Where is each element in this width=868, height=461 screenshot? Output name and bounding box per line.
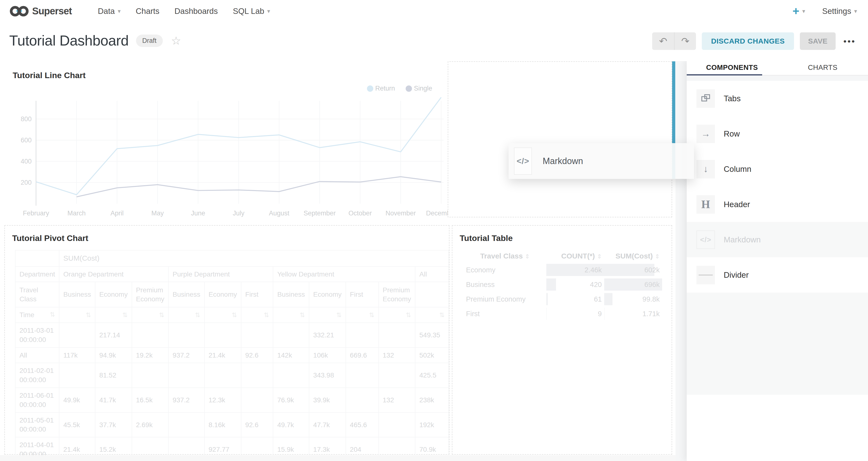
sort-icon[interactable]: ⇕ (597, 253, 602, 260)
pivot-value-cell: 132 (379, 347, 415, 363)
cell-value: 99.8k (607, 295, 660, 303)
drag-ghost-markdown[interactable]: </> Markdown (508, 143, 694, 179)
cell-travel-class: Business (464, 278, 546, 291)
pivot-value-cell: 16.5k (132, 388, 168, 412)
legend-item-return[interactable]: Return (367, 85, 395, 92)
save-button[interactable]: SAVE (800, 32, 836, 50)
sidebar-item-tabs[interactable]: Tabs (687, 81, 868, 116)
legend-item-single[interactable]: Single (406, 85, 432, 92)
pivot-sort-cell[interactable]: ⇅ (241, 307, 273, 323)
redo-button[interactable]: ↷ (674, 32, 696, 50)
nav-item-charts[interactable]: Charts (136, 7, 159, 16)
svg-text:August: August (269, 210, 289, 217)
cell-value: 2.46k (549, 266, 602, 274)
sort-icon[interactable]: ⇅ (122, 311, 128, 319)
top-navbar: Superset Data▾ChartsDashboardsSQL Lab▾ +… (0, 0, 868, 22)
pivot-sort-cell[interactable]: ⇅ (132, 307, 168, 323)
table-row: 2011-02-01 00:00:0081.52343.98425.5 (15, 363, 449, 388)
nav-item-data[interactable]: Data▾ (98, 7, 121, 16)
pivot-row-label: 2011-06-01 00:00:00 (15, 388, 59, 412)
pivot-sort-cell[interactable]: ⇅ (168, 307, 205, 323)
sort-icon[interactable]: ⇅ (50, 310, 55, 319)
sort-icon[interactable]: ⇕ (525, 253, 530, 260)
page-title[interactable]: Tutorial Dashboard (9, 32, 129, 49)
pivot-column-header[interactable]: Economy (205, 282, 241, 307)
pivot-column-header[interactable]: Business (273, 282, 309, 307)
sort-icon[interactable]: ⇕ (655, 253, 660, 260)
pivot-sort-cell[interactable]: ⇅ (309, 307, 346, 323)
pivot-row-dim-label: Department (15, 267, 59, 282)
divider-icon (696, 266, 715, 284)
pivot-column-header[interactable]: Business (59, 282, 95, 307)
sort-icon[interactable]: ⇅ (439, 311, 444, 319)
pivot-column-header[interactable]: Premium Economy (379, 282, 415, 307)
pivot-sort-cell[interactable]: ⇅ (273, 307, 309, 323)
sidebar-item-row[interactable]: →Row (687, 116, 868, 151)
pivot-value-cell (379, 323, 415, 347)
pivot-column-header[interactable] (415, 282, 449, 307)
pivot-column-header[interactable]: Premium Economy (132, 282, 168, 307)
cell-value: Economy (466, 266, 544, 274)
pivot-value-cell: 425.5 (415, 363, 449, 388)
nav-item-dashboards[interactable]: Dashboards (175, 7, 218, 16)
table-chart-card[interactable]: Tutorial Table Travel Class ⇕COUNT(*) ⇕S… (452, 225, 672, 455)
nav-item-label: SQL Lab (233, 7, 264, 16)
add-new-button[interactable]: + ▾ (793, 5, 805, 17)
svg-text:May: May (151, 210, 164, 217)
pivot-column-header[interactable]: First (346, 282, 379, 307)
pivot-time-row: Time⇅⇅⇅⇅⇅⇅⇅⇅⇅⇅⇅⇅ (15, 307, 449, 323)
svg-text:June: June (191, 210, 206, 217)
pivot-value-cell (132, 363, 168, 388)
pivot-column-header[interactable]: Economy (95, 282, 132, 307)
sidebar-item-column[interactable]: ↓Column (687, 151, 868, 187)
settings-menu[interactable]: Settings ▾ (822, 7, 857, 16)
sidebar-item-divider[interactable]: Divider (687, 257, 868, 293)
column-header-count-[interactable]: COUNT(*) ⇕ (546, 250, 604, 262)
sort-icon[interactable]: ⇅ (264, 311, 269, 319)
pivot-col-group: Purple Department (168, 267, 273, 282)
column-header-travel-class[interactable]: Travel Class ⇕ (464, 250, 546, 262)
svg-text:September: September (304, 210, 336, 217)
pivot-column-header[interactable]: Economy (309, 282, 346, 307)
sidebar-item-header[interactable]: HHeader (687, 187, 868, 222)
tab-components[interactable]: COMPONENTS (687, 60, 777, 75)
svg-text:200: 200 (21, 179, 32, 186)
pivot-value-cell (379, 412, 415, 437)
pivot-time-label[interactable]: Time⇅ (15, 307, 59, 323)
pivot-sort-cell[interactable]: ⇅ (346, 307, 379, 323)
pivot-value-cell: 19.2k (132, 347, 168, 363)
line-chart-card[interactable]: Tutorial Line Chart ReturnSingle 2004006… (4, 61, 448, 217)
sort-icon[interactable]: ⇅ (86, 311, 91, 319)
superset-logo[interactable]: Superset (10, 4, 83, 19)
discard-changes-button[interactable]: DISCARD CHANGES (702, 32, 794, 50)
pivot-column-header[interactable]: First (241, 282, 273, 307)
sort-icon[interactable]: ⇅ (195, 311, 200, 319)
pivot-sort-cell[interactable]: ⇅ (379, 307, 415, 323)
pivot-sort-cell[interactable]: ⇅ (205, 307, 241, 323)
table-row: All117k94.9k19.2k937.221.4k92.6142k106k6… (15, 347, 449, 363)
column-header-sum-cost-[interactable]: SUM(Cost) ⇕ (604, 250, 662, 262)
sort-icon[interactable]: ⇅ (159, 311, 164, 319)
sort-icon[interactable]: ⇅ (232, 311, 237, 319)
row-arrow-icon: → (696, 125, 715, 143)
sort-icon[interactable]: ⇅ (336, 311, 342, 319)
nav-item-sql-lab[interactable]: SQL Lab▾ (233, 7, 270, 16)
favorite-star-icon[interactable]: ☆ (171, 34, 181, 47)
sort-icon[interactable]: ⇅ (300, 311, 305, 319)
tab-charts[interactable]: CHARTS (777, 60, 868, 75)
pivot-value-cell: 76.9k (273, 388, 309, 412)
pivot-sort-cell[interactable]: ⇅ (95, 307, 132, 323)
value-bar (546, 293, 548, 305)
undo-button[interactable]: ↶ (652, 32, 674, 50)
sort-icon[interactable]: ⇅ (369, 311, 374, 319)
pivot-sort-cell[interactable]: ⇅ (415, 307, 449, 323)
more-menu-icon[interactable]: ••• (841, 36, 858, 46)
pivot-value-cell: 669.6 (346, 347, 379, 363)
superset-infinity-icon (10, 4, 29, 19)
sort-icon[interactable]: ⇅ (406, 311, 411, 319)
pivot-column-header[interactable]: Business (168, 282, 205, 307)
pivot-chart-card[interactable]: Tutorial Pivot Chart SUM(Cost)Department… (4, 225, 450, 455)
pivot-value-cell: 549.35 (415, 323, 449, 347)
sidebar-item-label: Header (724, 200, 750, 209)
pivot-sort-cell[interactable]: ⇅ (59, 307, 95, 323)
